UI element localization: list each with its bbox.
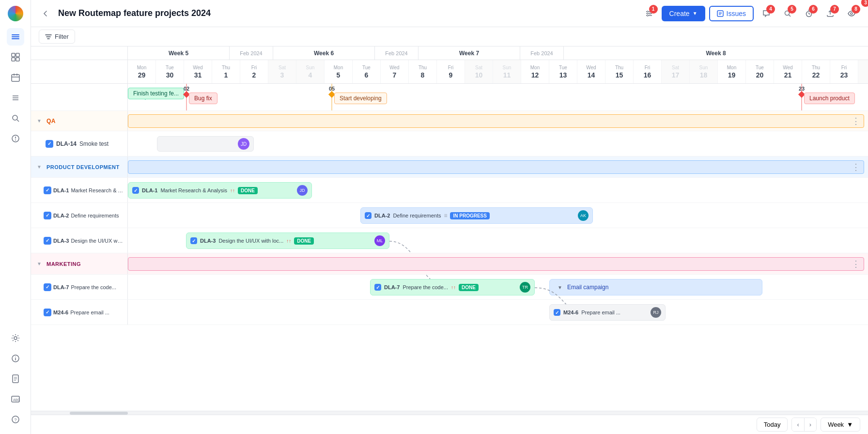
sidebar-item-help[interactable]: ? — [7, 411, 24, 428]
dla7-checkbox[interactable] — [44, 283, 51, 291]
dla2-bar[interactable]: DLA-2 Define requirements ≡ IN PROGRESS … — [360, 207, 593, 224]
m246-row: M24-6 Prepare email ... M24-6 Prepare em… — [31, 300, 868, 325]
dla14-checkbox[interactable] — [46, 140, 53, 148]
gantt-body[interactable]: 30 Finish testing fe... 02 Bug fix 05 — [31, 84, 868, 411]
day-header-mon-19: Mon 19 — [718, 60, 746, 83]
next-period-button[interactable]: › — [805, 418, 816, 431]
day-header-fri-23: Fri 23 — [830, 60, 858, 83]
day-header-tue-13: Tue 13 — [549, 60, 577, 83]
week5-label: Week 5 — [128, 46, 230, 60]
milestone-label-finish[interactable]: Finish testing fe... — [128, 88, 184, 99]
dla7-tag: DONE — [459, 284, 479, 291]
dla14-bar[interactable]: JD — [157, 136, 254, 152]
day-header-mon-12: Mon 12 — [521, 60, 549, 83]
marketing-expand-btn[interactable]: ▼ — [35, 260, 44, 268]
day-header-tue-6: Tue 6 — [353, 60, 381, 83]
marketing-bar[interactable] — [128, 257, 864, 271]
svg-rect-7 — [12, 75, 19, 81]
product-expand-btn[interactable]: ▼ — [35, 163, 44, 171]
sidebar-item-settings[interactable] — [7, 329, 24, 347]
sidebar-item-info[interactable] — [7, 350, 24, 367]
milestone-label-startdev[interactable]: Start developing — [334, 93, 387, 104]
filter-button[interactable]: Filter — [39, 30, 75, 44]
day-header-fri-16: Fri 16 — [634, 60, 662, 83]
dla1-tag: DONE — [238, 187, 258, 194]
issues-label: Issues — [727, 10, 746, 17]
timer-button[interactable]: 6 — [800, 5, 818, 22]
milestone-label-bugfix[interactable]: Bug fix — [189, 93, 217, 104]
qa-more-btn[interactable]: ⋮ — [852, 116, 860, 126]
sidebar-item-insights[interactable] — [7, 130, 24, 147]
create-button[interactable]: Create ▼ 2 — [662, 6, 705, 21]
email-expand-btn[interactable]: ▼ — [556, 283, 564, 292]
dla14-id: DLA-14 — [56, 140, 77, 147]
dla3-tag: DONE — [294, 237, 314, 245]
dla1-bar[interactable]: DLA-1 Market Research & Analysis ↑↑ DONE… — [128, 182, 312, 199]
dla1-bar-cb — [132, 187, 139, 194]
badge-4: 4 — [766, 5, 775, 14]
milestone-label-launch[interactable]: Launch product — [804, 93, 855, 104]
m246-bar[interactable]: M24-6 Prepare email ... RJ — [549, 304, 666, 321]
week8-label: Week 8 — [564, 46, 868, 60]
sidebar-item-backlog[interactable] — [7, 89, 24, 107]
controls-group: 1 — [640, 5, 658, 22]
product-section-label: PRODUCT DEVELOPMENT — [46, 164, 120, 170]
prev-period-button[interactable]: ‹ — [792, 418, 804, 431]
today-button[interactable]: Today — [757, 418, 788, 432]
sidebar: ABC ? — [0, 0, 31, 434]
qa-bar[interactable] — [128, 114, 864, 128]
badge-6: 6 — [809, 5, 818, 14]
sidebar-item-roadmap[interactable] — [7, 28, 24, 46]
view-button[interactable]: 8 — [843, 5, 860, 22]
m246-timeline: M24-6 Prepare email ... RJ — [128, 300, 868, 325]
dla2-row: DLA-2 Define requirements DLA-2 Define r… — [31, 203, 868, 228]
sidebar-item-docs[interactable] — [7, 370, 24, 388]
qa-expand-btn[interactable]: ▼ — [35, 117, 44, 125]
back-button[interactable] — [39, 7, 52, 20]
day-header-thu-8: Thu 8 — [409, 60, 437, 83]
dla2-checkbox[interactable] — [44, 212, 51, 219]
svg-point-19 — [14, 337, 17, 340]
dla7-bar[interactable]: DLA-7 Prepare the code... ↑↑ DONE TR — [370, 279, 535, 295]
marketing-more-btn[interactable]: ⋮ — [852, 259, 860, 269]
sidebar-item-abc[interactable]: ABC — [7, 390, 24, 408]
export-button[interactable]: 7 — [822, 5, 839, 22]
dla14-avatar: JD — [238, 138, 249, 150]
day-header-thu-15: Thu 15 — [605, 60, 634, 83]
dla14-name: Smoke test — [79, 140, 108, 147]
m246-checkbox[interactable] — [44, 309, 51, 316]
svg-rect-1 — [12, 36, 19, 37]
dla1-checkbox[interactable] — [44, 186, 51, 194]
dla1-timeline: DLA-1 Market Research & Analysis ↑↑ DONE… — [128, 178, 868, 202]
sidebar-item-calendar[interactable] — [7, 69, 24, 86]
gantt-wrapper: Week 5 Feb 2024 Week 6 Feb 2024 Week 7 F… — [31, 46, 868, 434]
horizontal-scrollbar[interactable] — [31, 411, 868, 415]
m246-name: Prepare email ... — [70, 310, 109, 315]
dla3-timeline: DLA-3 Design the UI/UX with loc... ↑↑ DO… — [128, 228, 868, 253]
dla3-priority: ↑↑ — [286, 238, 291, 244]
day-header-wed-21: Wed 21 — [774, 60, 802, 83]
app-logo[interactable] — [8, 6, 23, 21]
sidebar-item-search[interactable] — [7, 109, 24, 127]
dla1-name: Market Research & Analysis — [71, 187, 124, 193]
sidebar-item-board[interactable] — [7, 48, 24, 66]
badge-3: 3 — [861, 0, 868, 7]
day-header-tue-30: Tue 30 — [156, 60, 184, 83]
dla7-name: Prepare the code... — [71, 284, 116, 290]
issues-button[interactable]: Issues 3 — [709, 6, 754, 21]
svg-line-15 — [17, 120, 19, 122]
search-button[interactable]: 5 — [779, 5, 796, 22]
email-campaign-label: Email campaign — [567, 284, 608, 291]
chat-button[interactable]: 4 — [758, 5, 775, 22]
week-selector-button[interactable]: Week ▼ — [821, 418, 860, 432]
adjust-button[interactable]: 1 — [640, 5, 658, 22]
email-campaign-bar[interactable]: ▼ Email campaign — [549, 279, 762, 295]
dla3-bar[interactable]: DLA-3 Design the UI/UX with loc... ↑↑ DO… — [186, 232, 389, 249]
dla3-checkbox[interactable] — [44, 237, 51, 245]
product-bar[interactable] — [128, 160, 864, 174]
dla14-row: DLA-14 Smoke test JD — [31, 131, 868, 156]
dla2-id: DLA-2 — [53, 213, 69, 218]
product-more-btn[interactable]: ⋮ — [852, 162, 860, 172]
feb2024-label-3: Feb 2024 — [520, 46, 564, 60]
dla7-id: DLA-7 — [53, 284, 69, 290]
